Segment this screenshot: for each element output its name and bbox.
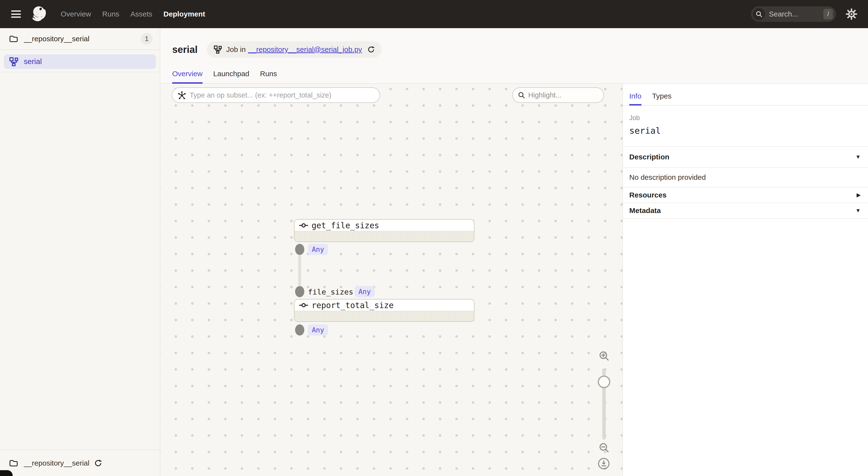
op-node-get-file-sizes[interactable]: get_file_sizes bbox=[294, 219, 474, 242]
output-port-dot[interactable] bbox=[295, 244, 304, 255]
search-icon bbox=[518, 91, 525, 99]
menu-icon[interactable] bbox=[11, 10, 21, 18]
op-node-report-total-size[interactable]: report_total_size bbox=[294, 299, 474, 322]
tab-runs[interactable]: Runs bbox=[260, 70, 277, 84]
search-input[interactable] bbox=[769, 10, 823, 18]
section-metadata[interactable]: Metadata ▼ bbox=[623, 203, 868, 218]
global-search[interactable]: / bbox=[751, 6, 836, 22]
input-port-dot[interactable] bbox=[295, 286, 304, 297]
repo-name: __repository__serial bbox=[24, 35, 141, 43]
page-title: serial bbox=[172, 44, 198, 55]
sidebar-footer: __repository__serial bbox=[0, 450, 160, 476]
reload-repository-icon[interactable] bbox=[94, 459, 102, 468]
highlight-filter[interactable] bbox=[512, 87, 604, 103]
caret-down-icon: ▼ bbox=[856, 207, 861, 214]
op-node-config-area bbox=[294, 311, 474, 321]
section-title: Description bbox=[629, 153, 856, 161]
caret-right-icon: ▶ bbox=[857, 192, 861, 198]
tab-overview[interactable]: Overview bbox=[172, 70, 203, 84]
job-context-pill: Job in __repository__serial@serial_job.p… bbox=[207, 41, 381, 58]
zoom-in-icon[interactable] bbox=[598, 350, 610, 362]
divider bbox=[0, 72, 160, 72]
type-badge[interactable]: Any bbox=[308, 325, 328, 336]
op-icon bbox=[299, 302, 308, 309]
description-body: No description provided bbox=[623, 168, 868, 187]
search-shortcut-badge: / bbox=[823, 9, 833, 20]
settings-gear-icon[interactable] bbox=[845, 7, 858, 21]
op-node-config-area bbox=[294, 232, 474, 241]
dagster-logo-icon[interactable] bbox=[30, 5, 49, 23]
section-title: Resources bbox=[629, 191, 857, 199]
nav-item-deployment[interactable]: Deployment bbox=[163, 10, 205, 18]
tab-launchpad[interactable]: Launchpad bbox=[213, 70, 249, 84]
op-subset-filter[interactable] bbox=[172, 87, 380, 103]
folder-icon bbox=[9, 34, 19, 44]
job-icon bbox=[9, 57, 19, 67]
caret-down-icon: ▼ bbox=[856, 154, 861, 160]
op-node-name: report_total_size bbox=[312, 301, 394, 310]
op-selector-icon bbox=[178, 91, 186, 99]
graph-canvas[interactable]: get_file_sizes Any file_sizes Any bbox=[160, 84, 622, 476]
section-resources[interactable]: Resources ▶ bbox=[623, 188, 868, 203]
type-badge[interactable]: Any bbox=[308, 244, 328, 255]
zoom-slider-handle[interactable] bbox=[598, 376, 610, 388]
op-node-name: get_file_sizes bbox=[312, 221, 379, 230]
footer-repo-name: __repository__serial bbox=[24, 459, 89, 467]
op-icon bbox=[299, 222, 308, 229]
info-panel: Info Types Job serial Description ▼ No d… bbox=[622, 84, 868, 476]
folder-icon bbox=[9, 458, 19, 468]
dependency-edge bbox=[298, 255, 301, 286]
section-description[interactable]: Description ▼ bbox=[623, 147, 868, 167]
sidebar-item-label: serial bbox=[24, 57, 42, 66]
panel-tab-info[interactable]: Info bbox=[629, 92, 642, 106]
nav-item-assets[interactable]: Assets bbox=[130, 10, 152, 18]
zoom-out-icon[interactable] bbox=[598, 442, 610, 454]
highlight-input[interactable] bbox=[528, 91, 599, 99]
refresh-job-icon[interactable] bbox=[367, 45, 375, 54]
job-summary: Job serial bbox=[623, 106, 868, 146]
job-context-prefix: Job in bbox=[226, 45, 246, 54]
sidebar-item-serial[interactable]: serial bbox=[4, 54, 156, 69]
input-port-name: file_sizes bbox=[308, 287, 353, 296]
primary-nav: Overview Runs Assets Deployment bbox=[61, 10, 205, 18]
panel-tabs: Info Types bbox=[623, 84, 868, 106]
job-overview-content: get_file_sizes Any file_sizes Any bbox=[160, 84, 868, 476]
job-label: Job bbox=[629, 114, 862, 122]
job-count-badge: 1 bbox=[141, 33, 153, 45]
type-badge[interactable]: Any bbox=[354, 286, 375, 297]
nav-item-overview[interactable]: Overview bbox=[61, 10, 91, 18]
section-title: Metadata bbox=[629, 206, 856, 215]
top-nav: Overview Runs Assets Deployment / bbox=[0, 0, 868, 28]
op-subset-input[interactable] bbox=[190, 91, 374, 99]
nav-item-runs[interactable]: Runs bbox=[102, 10, 119, 18]
repository-sidebar: __repository__serial 1 serial bbox=[0, 28, 160, 476]
job-header: serial Job in __repository__serial@seria… bbox=[160, 28, 868, 84]
job-tabs: Overview Launchpad Runs bbox=[172, 70, 277, 84]
repo-header[interactable]: __repository__serial 1 bbox=[0, 28, 160, 49]
job-name: serial bbox=[629, 126, 862, 136]
dagster-app: Overview Runs Assets Deployment / bbox=[0, 0, 868, 476]
divider bbox=[623, 218, 868, 218]
divider bbox=[0, 49, 160, 50]
output-port-dot[interactable] bbox=[295, 325, 304, 336]
search-icon bbox=[753, 8, 765, 20]
panel-tab-types[interactable]: Types bbox=[652, 92, 672, 106]
job-file-link[interactable]: __repository__serial@serial_job.py bbox=[248, 45, 362, 54]
fit-view-icon[interactable] bbox=[598, 457, 610, 470]
job-icon bbox=[213, 45, 222, 54]
